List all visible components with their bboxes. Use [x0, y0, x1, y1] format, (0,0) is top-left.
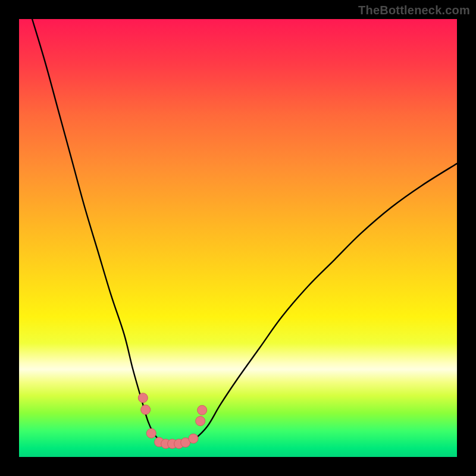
curve-marker — [141, 405, 151, 415]
chart-frame: TheBottleneck.com — [0, 0, 476, 476]
curve-marker — [196, 416, 205, 426]
curve-marker — [138, 393, 148, 403]
watermark-text: TheBottleneck.com — [358, 4, 470, 17]
curve-marker — [198, 405, 207, 415]
curve-marker — [189, 434, 198, 443]
bottleneck-curve-svg — [19, 19, 457, 457]
bottleneck-curve — [32, 19, 457, 444]
chart-plot-area — [19, 19, 457, 457]
curve-marker — [146, 428, 156, 438]
